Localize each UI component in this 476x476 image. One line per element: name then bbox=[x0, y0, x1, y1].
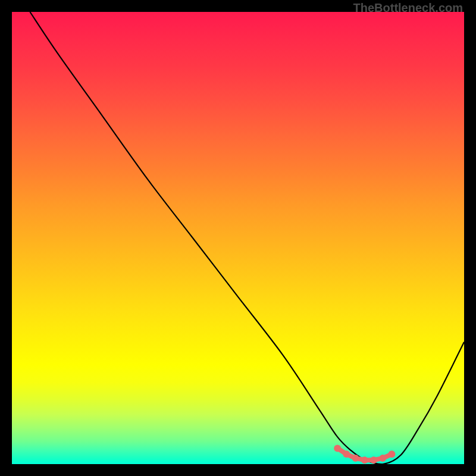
optimal-zone-dot bbox=[388, 450, 395, 458]
bottleneck-curve bbox=[30, 12, 464, 464]
outer-frame: TheBottleneck.com bbox=[0, 0, 476, 476]
chart-svg bbox=[12, 12, 464, 464]
optimal-zone-dot bbox=[370, 456, 377, 464]
optimal-zone-dot bbox=[379, 455, 386, 462]
plot-area bbox=[12, 12, 464, 464]
optimal-zone-dot bbox=[343, 450, 350, 458]
optimal-zone-dot bbox=[361, 456, 368, 464]
optimal-zone-dot bbox=[352, 455, 359, 462]
attribution-text: TheBottleneck.com bbox=[353, 1, 463, 15]
optimal-zone-markers bbox=[334, 444, 395, 464]
optimal-zone-dot bbox=[334, 444, 341, 452]
